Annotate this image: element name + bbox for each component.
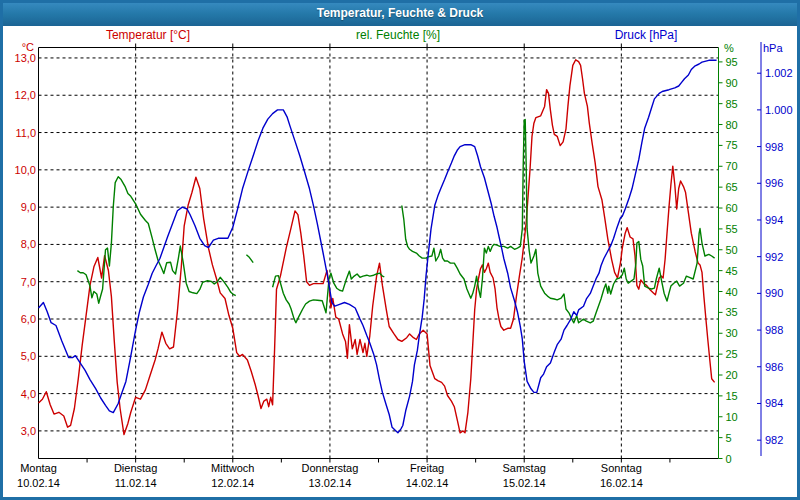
temp-axis-tick-label: 8,0 [21,238,36,250]
pressure-axis-tick-label: 992 [765,251,783,263]
day-date-label: 14.02.14 [406,477,449,489]
pressure-axis-tick-label: 982 [765,434,783,446]
pressure-axis-tick-label: 998 [765,141,783,153]
day-name-label: Dienstag [114,462,157,474]
humidity-curve [246,255,253,263]
pressure-axis-tick-label: 994 [765,214,783,226]
temp-axis-tick-label: 12,0 [15,89,36,101]
humidity-axis-tick-label: 45 [726,265,738,277]
day-date-label: 11.02.14 [115,477,157,489]
temp-axis-unit-label: °C [0,41,34,53]
legend-pressure-label: Druck [hPa] [615,28,678,42]
humidity-axis-tick-label: 35 [726,306,738,318]
humidity-axis-tick-label: 75 [726,139,738,151]
humidity-axis-tick-label: 90 [726,77,738,89]
humidity-axis-unit-label: % [724,42,734,54]
humidity-axis-tick-label: 80 [726,119,738,131]
window-title: Temperatur, Feuchte & Druck [317,6,484,20]
humidity-axis-tick-label: 55 [726,223,738,235]
humidity-axis-tick-label: 50 [726,244,738,256]
day-name-label: Montag [20,462,57,474]
humidity-axis-tick-label: 30 [726,327,738,339]
humidity-axis-tick-label: 60 [726,202,738,214]
temp-axis-tick-label: 7,0 [21,276,36,288]
day-date-label: 12.02.14 [211,477,254,489]
legend-humidity-label: rel. Feuchte [%] [356,28,440,42]
pressure-axis-unit-label: hPa [763,42,783,54]
humidity-axis-tick-label: 95 [726,56,738,68]
temp-axis-tick-label: 11,0 [15,127,36,139]
humidity-axis-tick-label: 65 [726,181,738,193]
humidity-axis-tick-label: 5 [726,432,732,444]
day-date-label: 13.02.14 [309,477,352,489]
temp-axis-tick-label: 6,0 [21,313,36,325]
humidity-axis-tick-label: 25 [726,348,738,360]
pressure-axis-tick-label: 990 [765,287,783,299]
humidity-axis-tick-label: 85 [726,98,738,110]
temp-axis-tick-label: 13,0 [15,52,36,64]
pressure-axis-tick-label: 986 [765,361,783,373]
day-date-label: 16.02.14 [600,477,643,489]
humidity-curve [77,177,235,304]
humidity-axis-tick-label: 40 [726,286,738,298]
plot-frame [39,48,719,459]
day-name-label: Freitag [410,462,444,474]
pressure-axis-tick-label: 988 [765,324,783,336]
app-window: Temperatur, Feuchte & Druck Temperatur [… [0,0,800,500]
day-name-label: Mittwoch [211,462,254,474]
temp-axis-tick-label: 9,0 [21,201,36,213]
humidity-axis-tick-label: 20 [726,369,738,381]
day-name-label: Samstag [503,462,546,474]
legend-temperature-label: Temperatur [°C] [106,28,190,42]
humidity-axis-tick-label: 0 [726,453,732,465]
humidity-axis-tick-label: 10 [726,411,738,423]
day-date-label: 15.02.14 [503,477,546,489]
window-title-bar[interactable]: Temperatur, Feuchte & Druck [0,0,800,26]
temp-axis-tick-label: 4,0 [21,388,36,400]
pressure-axis-tick-label: 1.000 [765,104,793,116]
day-name-label: Donnerstag [301,462,358,474]
day-name-label: Sonntag [601,462,642,474]
pressure-curve [39,60,717,433]
weather-chart-canvas: 3,04,05,06,07,08,09,010,011,012,013,0051… [0,0,800,500]
temperature-curve [39,60,715,435]
pressure-axis-tick-label: 996 [765,177,783,189]
humidity-axis-tick-label: 70 [726,160,738,172]
pressure-axis-tick-label: 1.002 [765,67,793,79]
temp-axis-tick-label: 5,0 [21,350,36,362]
temp-axis-tick-label: 3,0 [21,425,36,437]
day-date-label: 10.02.14 [17,477,60,489]
humidity-axis-tick-label: 15 [726,390,738,402]
temp-axis-tick-label: 10,0 [15,164,36,176]
pressure-axis-tick-label: 984 [765,397,783,409]
